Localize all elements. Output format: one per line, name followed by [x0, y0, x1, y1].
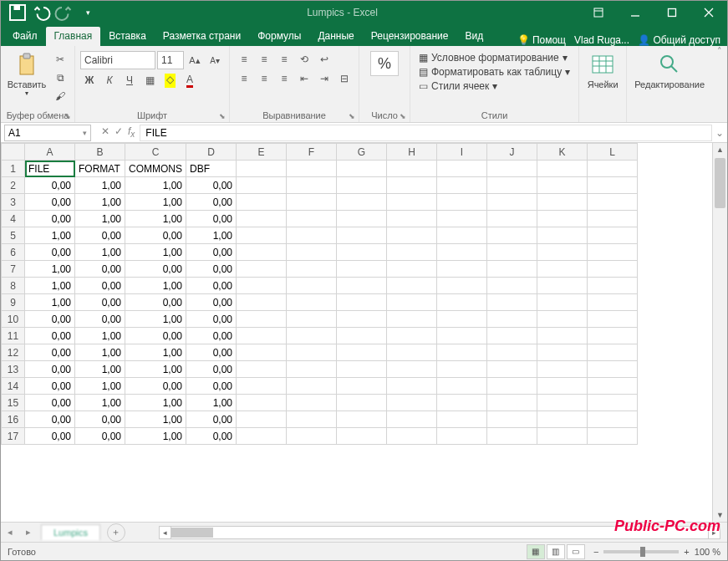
cell-styles-button[interactable]: ▭Стили ячеек ▾: [415, 79, 573, 93]
cell[interactable]: [387, 344, 437, 361]
column-header[interactable]: B: [75, 144, 125, 161]
cell[interactable]: 0,00: [125, 378, 186, 395]
cell[interactable]: [387, 194, 437, 211]
cell[interactable]: 0,00: [75, 411, 125, 428]
scroll-up-icon[interactable]: ▲: [713, 143, 727, 156]
paste-button[interactable]: Вставить ▾: [6, 49, 48, 106]
cell[interactable]: [588, 244, 638, 261]
cell[interactable]: 0,00: [25, 194, 75, 211]
cell[interactable]: [487, 428, 537, 445]
cell[interactable]: [337, 328, 387, 344]
decrease-indent-icon[interactable]: ⇤: [295, 70, 313, 87]
cell[interactable]: [287, 177, 337, 194]
cell[interactable]: [337, 395, 387, 411]
normal-view-icon[interactable]: ▦: [527, 544, 545, 559]
tab-file[interactable]: Файл: [4, 27, 46, 46]
cell[interactable]: [287, 411, 337, 428]
cell[interactable]: [337, 227, 387, 244]
cell[interactable]: [437, 428, 487, 445]
cell[interactable]: [237, 227, 287, 244]
cell[interactable]: 1,00: [125, 177, 186, 194]
cell[interactable]: [237, 328, 287, 344]
share-button[interactable]: 👤 Общий доступ: [638, 34, 720, 46]
cell[interactable]: 0,00: [75, 261, 125, 278]
cell[interactable]: 1,00: [186, 395, 237, 411]
row-header[interactable]: 17: [2, 428, 25, 445]
maximize-icon[interactable]: [654, 1, 690, 24]
cell[interactable]: FORMAT: [75, 161, 125, 177]
cell[interactable]: [387, 161, 437, 177]
sheet-nav-next-icon[interactable]: ▸: [19, 527, 38, 538]
page-layout-view-icon[interactable]: ▥: [547, 544, 565, 559]
cell[interactable]: 0,00: [25, 428, 75, 445]
cell[interactable]: [588, 378, 638, 395]
font-color-icon[interactable]: A: [181, 72, 199, 89]
cell[interactable]: [387, 328, 437, 344]
undo-icon[interactable]: [31, 3, 51, 23]
cell[interactable]: [588, 328, 638, 344]
cells-button[interactable]: Ячейки: [584, 49, 621, 106]
cell[interactable]: [337, 244, 387, 261]
fill-color-icon[interactable]: ◇: [160, 72, 179, 89]
row-header[interactable]: 9: [2, 294, 25, 311]
cell[interactable]: [337, 344, 387, 361]
cell[interactable]: [437, 411, 487, 428]
cell[interactable]: [437, 211, 487, 227]
column-header[interactable]: K: [537, 144, 588, 161]
close-icon[interactable]: [690, 1, 727, 24]
cell[interactable]: 1,00: [125, 194, 186, 211]
cell[interactable]: [437, 227, 487, 244]
cell[interactable]: 0,00: [186, 311, 237, 328]
sheet-nav-prev-icon[interactable]: ◂: [1, 527, 19, 538]
tab-home[interactable]: Главная: [46, 27, 101, 46]
cell[interactable]: [337, 378, 387, 395]
row-header[interactable]: 1: [2, 161, 25, 177]
cell[interactable]: [588, 411, 638, 428]
tab-insert[interactable]: Вставка: [100, 27, 155, 46]
decrease-font-icon[interactable]: A▾: [206, 52, 224, 69]
cell[interactable]: [487, 244, 537, 261]
cell[interactable]: [437, 261, 487, 278]
cell[interactable]: [337, 278, 387, 294]
tab-page-layout[interactable]: Разметка страни: [155, 27, 249, 46]
cell[interactable]: 0,00: [186, 211, 237, 227]
cell[interactable]: 0,00: [75, 428, 125, 445]
horizontal-scrollbar[interactable]: ◂ ▸: [159, 526, 720, 539]
cell[interactable]: [437, 294, 487, 311]
cell[interactable]: [537, 227, 588, 244]
cell[interactable]: 1,00: [125, 278, 186, 294]
vertical-scrollbar[interactable]: ▲ ▼: [712, 143, 727, 522]
cell[interactable]: [588, 161, 638, 177]
cell[interactable]: 0,00: [186, 361, 237, 378]
cell[interactable]: [437, 311, 487, 328]
format-as-table-button[interactable]: ▤Форматировать как таблицу ▾: [415, 65, 573, 79]
user-name[interactable]: Vlad Ruga...: [574, 34, 629, 46]
increase-font-icon[interactable]: A▴: [186, 52, 204, 69]
cell[interactable]: [387, 227, 437, 244]
spreadsheet-grid[interactable]: ABCDEFGHIJKL1FILEFORMATCOMMONSDBF20,001,…: [1, 143, 638, 445]
bold-button[interactable]: Ж: [80, 72, 99, 89]
cell[interactable]: [287, 361, 337, 378]
accept-formula-icon[interactable]: ✓: [115, 125, 123, 139]
fx-icon[interactable]: fx: [128, 125, 135, 139]
cell[interactable]: [237, 378, 287, 395]
tab-formulas[interactable]: Формулы: [249, 27, 309, 46]
cell[interactable]: [537, 177, 588, 194]
cell[interactable]: [487, 161, 537, 177]
merge-icon[interactable]: ⊟: [335, 70, 354, 87]
align-right-icon[interactable]: ≡: [275, 70, 293, 87]
cell[interactable]: 0,00: [75, 311, 125, 328]
cell[interactable]: [387, 211, 437, 227]
italic-button[interactable]: К: [100, 72, 119, 89]
cell[interactable]: [437, 177, 487, 194]
cell[interactable]: 1,00: [75, 244, 125, 261]
cell[interactable]: [237, 395, 287, 411]
cell[interactable]: [387, 378, 437, 395]
row-header[interactable]: 14: [2, 378, 25, 395]
cell[interactable]: [287, 311, 337, 328]
minimize-icon[interactable]: [617, 1, 654, 24]
column-header[interactable]: G: [337, 144, 387, 161]
cell[interactable]: 1,00: [75, 361, 125, 378]
cell[interactable]: [237, 411, 287, 428]
cell[interactable]: [437, 244, 487, 261]
